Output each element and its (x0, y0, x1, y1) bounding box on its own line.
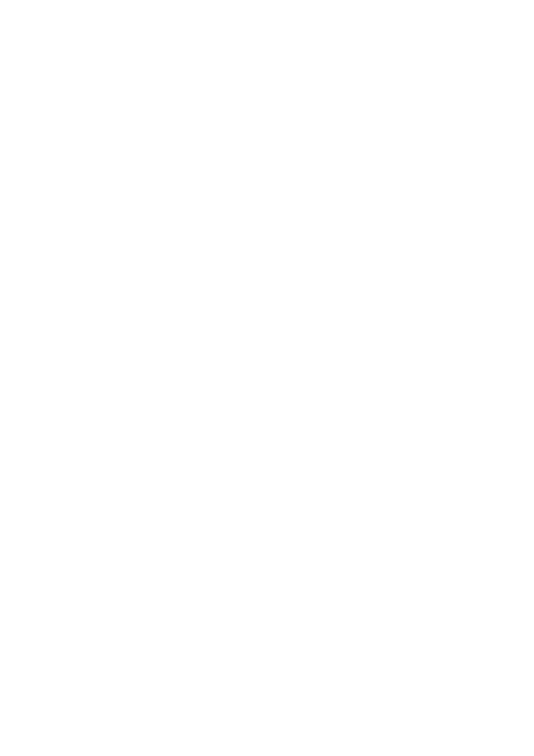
code-document (0, 0, 534, 756)
code-block (81, 69, 534, 717)
